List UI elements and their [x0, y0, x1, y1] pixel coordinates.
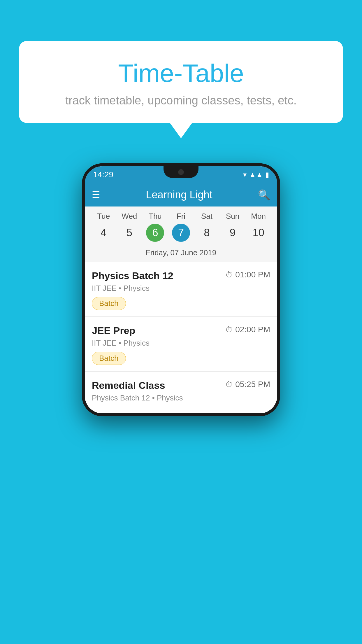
day-number[interactable]: 5: [120, 224, 138, 242]
camera-icon: [178, 169, 184, 175]
day-label: Fri: [177, 212, 185, 221]
schedule-subtitle: IIT JEE • Physics: [92, 339, 270, 348]
bubble-subtitle: track timetable, upcoming classes, tests…: [34, 94, 328, 107]
speech-bubble-wrapper: Time-Table track timetable, upcoming cla…: [19, 41, 343, 123]
app-title: Learning Light: [146, 189, 212, 201]
status-icons: ▾ ▲▲ ▮: [243, 171, 269, 179]
batch-tag: Batch: [92, 352, 126, 365]
battery-icon: ▮: [265, 171, 269, 179]
day-number[interactable]: 10: [249, 224, 268, 242]
day-column-wed[interactable]: Wed5: [120, 212, 138, 242]
schedule-item[interactable]: Physics Batch 12⏱01:00 PMIIT JEE • Physi…: [85, 262, 277, 317]
clock-icon: ⏱: [225, 270, 233, 279]
schedule-title: Physics Batch 12: [92, 270, 173, 281]
menu-icon[interactable]: ☰: [92, 189, 100, 200]
phone-screen-outer: 14:29 ▾ ▲▲ ▮ ☰ Learning Light 🔍: [82, 163, 280, 416]
schedule-item-header: Physics Batch 12⏱01:00 PM: [92, 270, 270, 281]
calendar-section: Tue4Wed5Thu6Fri7Sat8Sun9Mon10 Friday, 07…: [85, 206, 277, 262]
days-row: Tue4Wed5Thu6Fri7Sat8Sun9Mon10: [91, 212, 271, 242]
app-bar: ☰ Learning Light 🔍: [85, 183, 277, 206]
schedule-subtitle: IIT JEE • Physics: [92, 284, 270, 293]
day-column-thu[interactable]: Thu6: [146, 212, 164, 242]
day-number[interactable]: 9: [224, 224, 242, 242]
schedule-time: ⏱02:00 PM: [225, 325, 270, 334]
speech-bubble: Time-Table track timetable, upcoming cla…: [19, 41, 343, 123]
signal-icon: ▲▲: [249, 171, 263, 179]
clock-icon: ⏱: [225, 380, 233, 389]
day-label: Mon: [251, 212, 266, 221]
batch-tag: Batch: [92, 297, 126, 310]
day-column-tue[interactable]: Tue4: [94, 212, 113, 242]
day-label: Tue: [97, 212, 110, 221]
day-number[interactable]: 8: [198, 224, 216, 242]
day-column-mon[interactable]: Mon10: [249, 212, 268, 242]
schedule-time-text: 02:00 PM: [235, 325, 270, 334]
phone-frame: 14:29 ▾ ▲▲ ▮ ☰ Learning Light 🔍: [82, 163, 280, 416]
status-bar: 14:29 ▾ ▲▲ ▮: [85, 166, 277, 183]
schedule-item-header: JEE Prep⏱02:00 PM: [92, 325, 270, 336]
day-number[interactable]: 7: [172, 224, 190, 242]
schedule-subtitle: Physics Batch 12 • Physics: [92, 393, 270, 402]
schedule-item[interactable]: JEE Prep⏱02:00 PMIIT JEE • PhysicsBatch: [85, 317, 277, 372]
schedule-title: Remedial Class: [92, 380, 165, 391]
schedule-time-text: 05:25 PM: [235, 380, 270, 389]
schedule-time: ⏱01:00 PM: [225, 270, 270, 279]
status-time: 14:29: [93, 170, 113, 179]
schedule-title: JEE Prep: [92, 325, 135, 336]
day-column-sat[interactable]: Sat8: [198, 212, 216, 242]
schedule-time: ⏱05:25 PM: [225, 380, 270, 389]
day-label: Thu: [149, 212, 162, 221]
phone-mockup: 14:29 ▾ ▲▲ ▮ ☰ Learning Light 🔍: [82, 163, 280, 416]
phone-screen: 14:29 ▾ ▲▲ ▮ ☰ Learning Light 🔍: [85, 166, 277, 413]
day-column-sun[interactable]: Sun9: [224, 212, 242, 242]
schedule-item-header: Remedial Class⏱05:25 PM: [92, 380, 270, 391]
selected-date-label: Friday, 07 June 2019: [91, 245, 271, 259]
clock-icon: ⏱: [225, 325, 233, 334]
day-label: Sat: [201, 212, 212, 221]
wifi-icon: ▾: [243, 171, 247, 179]
bubble-title: Time-Table: [34, 58, 328, 88]
day-number[interactable]: 6: [146, 224, 164, 242]
day-label: Wed: [122, 212, 137, 221]
notch: [164, 166, 198, 178]
day-column-fri[interactable]: Fri7: [172, 212, 190, 242]
day-number[interactable]: 4: [94, 224, 113, 242]
search-icon[interactable]: 🔍: [258, 189, 270, 201]
day-label: Sun: [226, 212, 239, 221]
schedule-time-text: 01:00 PM: [235, 270, 270, 279]
schedule-list: Physics Batch 12⏱01:00 PMIIT JEE • Physi…: [85, 262, 277, 413]
schedule-item[interactable]: Remedial Class⏱05:25 PMPhysics Batch 12 …: [85, 372, 277, 413]
